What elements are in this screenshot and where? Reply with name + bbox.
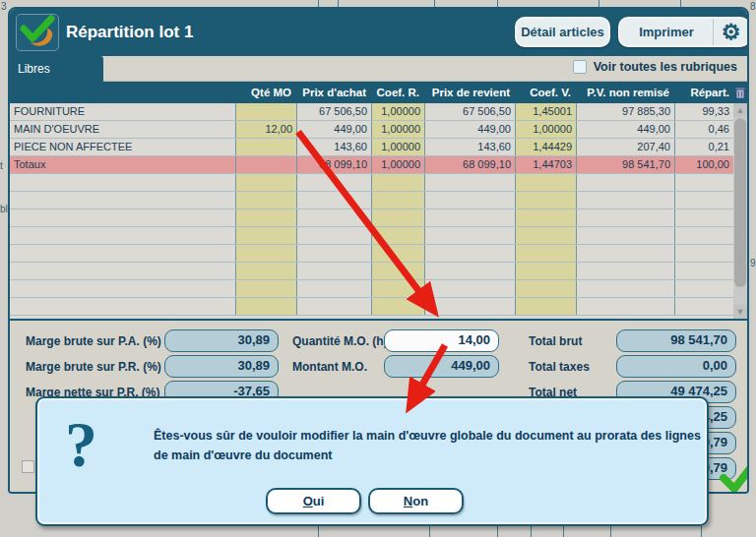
cell-prix-achat: 449,00 <box>297 121 372 138</box>
oui-button-initial: O <box>303 494 313 508</box>
check-swoosh-logo-icon <box>17 15 58 50</box>
cell-qte-mo[interactable]: 12,00 <box>236 121 297 138</box>
cell-coef-v[interactable] <box>516 227 577 244</box>
cell-qte-mo[interactable] <box>236 298 297 315</box>
dialog-message: Êtes-vous sûr de vouloir modifier la mai… <box>154 426 707 465</box>
cell-name: PIECE NON AFFECTEE <box>10 139 236 155</box>
cell-prix-revient: 68 099,10 <box>425 156 516 173</box>
cell-qte-mo[interactable] <box>236 245 297 262</box>
cell-coef-v[interactable] <box>516 263 577 279</box>
cell-repart: 100,00 <box>675 156 733 173</box>
cell-coef-v[interactable] <box>516 280 577 297</box>
scroll-down-arrow[interactable]: ▼ <box>733 305 747 319</box>
cell-coef-v[interactable]: 1,44429 <box>516 139 577 155</box>
cell-qte-mo[interactable] <box>236 227 297 244</box>
cell-coef-r[interactable] <box>372 174 425 191</box>
marge-brute-pr-label: Marge brute sur P.R. (%) <box>26 356 161 378</box>
cell-coef-v[interactable] <box>516 174 577 191</box>
bg-gridline <box>598 0 599 7</box>
repartition-table: Qté MO Prix d'achat Coef. R. Prix de rev… <box>10 82 747 319</box>
bg-gridline <box>338 0 339 7</box>
cell-repart: 0,46 <box>675 121 733 138</box>
validate-check-icon[interactable] <box>719 456 749 494</box>
cell-prix-revient: 449,00 <box>425 121 516 138</box>
col-header-qte-mo: Qté MO <box>236 87 297 98</box>
cell-qte-mo[interactable] <box>236 263 297 279</box>
bg-text-fragment: 3 <box>1 1 7 12</box>
marge-brute-pa-value: 30,89 <box>164 329 279 352</box>
cell-qte-mo[interactable] <box>236 209 297 226</box>
confirm-dialog: ? Êtes-vous sûr de vouloir modifier la m… <box>35 396 709 526</box>
bg-gridline <box>680 0 681 7</box>
cell-coef-v[interactable]: 1,00000 <box>516 121 577 138</box>
vertical-scrollbar[interactable]: ▲ ▼ <box>733 103 747 319</box>
hidden-checkbox <box>22 460 34 473</box>
non-button[interactable]: Non <box>368 488 464 514</box>
cell-prix-revient: 143,60 <box>425 139 516 155</box>
cell-coef-r[interactable]: 1,00000 <box>372 121 425 138</box>
delete-row-button[interactable] <box>733 87 747 99</box>
bg-gridline <box>701 526 702 537</box>
print-button[interactable]: Imprimer <box>620 25 713 39</box>
print-button-group: Imprimer ⚙ <box>618 17 749 47</box>
cell-coef-v[interactable]: 1,45001 <box>516 103 577 120</box>
app-logo <box>16 14 59 51</box>
col-header-prix-achat: Prix d'achat <box>297 87 372 98</box>
col-header-coef-r: Coef. R. <box>372 87 425 98</box>
cell-coef-r[interactable] <box>372 192 425 209</box>
bg-gridline <box>434 0 435 7</box>
cell-coef-r[interactable] <box>372 280 425 297</box>
cell-coef-v[interactable] <box>516 209 577 226</box>
tab-libres[interactable]: Libres <box>10 56 103 82</box>
cell-qte-mo[interactable] <box>236 103 297 120</box>
bg-text-fragment: bl <box>0 204 8 214</box>
table-row-empty <box>10 209 733 227</box>
scroll-thumb[interactable] <box>734 118 746 287</box>
cell-coef-r[interactable] <box>372 209 425 226</box>
total-brut-label: Total brut <box>529 330 582 352</box>
bg-gridline <box>318 526 319 537</box>
settings-button[interactable]: ⚙ <box>713 19 748 45</box>
table-row-main-doeuvre: MAIN D'OEUVRE 12,00 449,00 1,00000 449,0… <box>10 121 733 139</box>
non-button-initial: N <box>404 494 412 508</box>
montant-mo-label: Montant M.O. <box>292 356 367 378</box>
cell-coef-v[interactable] <box>516 298 577 315</box>
cell-name: Totaux <box>10 156 236 173</box>
cell-coef-v[interactable] <box>516 192 577 209</box>
show-all-rubriques-option[interactable]: Voir toutes les rubriques <box>573 60 737 74</box>
total-taxes-label: Total taxes <box>529 356 590 378</box>
trash-icon <box>735 87 745 99</box>
cell-qte-mo <box>236 156 297 173</box>
bg-text-fragment: t <box>0 160 3 171</box>
scroll-up-arrow[interactable]: ▲ <box>733 103 747 117</box>
cell-qte-mo[interactable] <box>236 174 297 191</box>
cell-coef-r[interactable] <box>372 263 425 279</box>
tab-strip: Libres Voir toutes les rubriques <box>10 56 747 82</box>
oui-button[interactable]: Oui <box>266 488 361 514</box>
bg-gridline <box>497 526 498 537</box>
col-header-prix-revient: Prix de revient <box>425 87 516 98</box>
cell-coef-r[interactable]: 1,00000 <box>372 139 425 155</box>
table-row-empty <box>10 192 733 209</box>
detail-articles-button[interactable]: Détail articles <box>515 17 610 47</box>
cell-coef-r[interactable] <box>372 227 425 244</box>
table-row-empty <box>10 263 733 280</box>
cell-coef-v[interactable] <box>516 245 577 262</box>
cell-coef-r: 1,00000 <box>372 156 425 173</box>
cell-qte-mo[interactable] <box>236 280 297 297</box>
total-brut-value: 98 541,70 <box>616 329 736 352</box>
show-all-rubriques-checkbox[interactable] <box>573 60 587 74</box>
cell-qte-mo[interactable] <box>236 192 297 209</box>
cell-coef-r[interactable] <box>372 298 425 315</box>
cell-qte-mo[interactable] <box>236 139 297 155</box>
col-header-coef-v: Coef. V. <box>516 87 577 98</box>
cell-coef-r[interactable]: 1,00000 <box>372 103 425 120</box>
table-row-empty <box>10 227 733 245</box>
page-title: Répartition lot 1 <box>66 23 193 42</box>
cell-prix-achat: 68 099,10 <box>297 156 372 173</box>
bg-gridline <box>429 526 430 537</box>
cell-coef-r[interactable] <box>372 245 425 262</box>
cell-pv-non-remise: 449,00 <box>577 121 675 138</box>
quantite-mo-input[interactable]: 14,00 <box>384 329 499 352</box>
gear-icon: ⚙ <box>722 22 741 43</box>
